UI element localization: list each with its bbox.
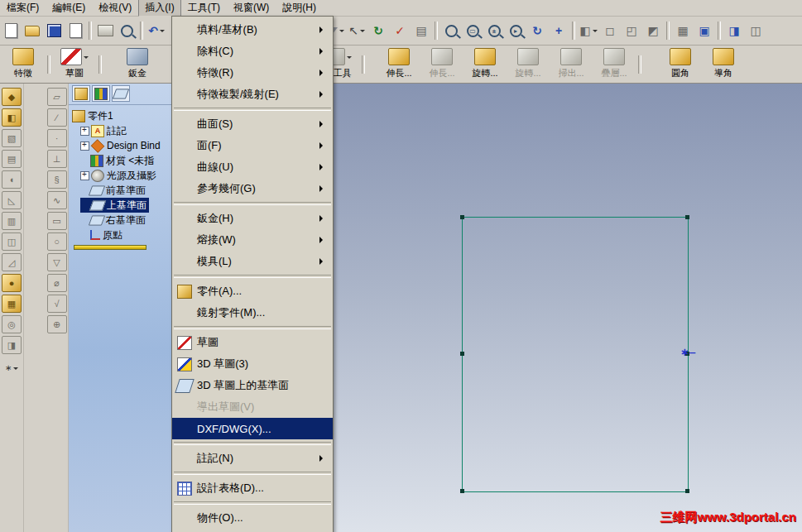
save-icon[interactable] [44, 21, 64, 41]
expand-icon[interactable] [80, 171, 89, 180]
make-drawing-icon[interactable] [65, 21, 85, 41]
tree-item-right-plane[interactable]: 右基準面 [80, 213, 170, 228]
menu-item-pattern-mirror[interactable]: 特徵複製/鏡射(E) [172, 84, 333, 105]
rotate-view-icon[interactable]: ↻ [527, 21, 547, 41]
menu-item-boss-base[interactable]: 填料/基材(B) [172, 19, 333, 41]
tree-item-top-plane[interactable]: 上基準面 [80, 198, 149, 213]
hole-wizard-icon[interactable]: ● [2, 274, 22, 292]
new-icon[interactable] [1, 21, 21, 41]
menu-item-molds[interactable]: 模具(L) [172, 251, 333, 272]
features-group-button[interactable]: 特徵 [2, 46, 45, 81]
menu-item-3d-sketch[interactable]: 3D 草圖(3) [172, 353, 333, 375]
rib-icon[interactable]: ▥ [2, 212, 22, 230]
file-properties-icon[interactable]: ▤ [411, 21, 431, 41]
coordinate-system-icon[interactable]: ⊥ [47, 150, 67, 168]
front-view-icon[interactable]: ◻ [600, 21, 620, 41]
tree-item-part[interactable]: 零件1 [72, 108, 170, 123]
view-cube-icon[interactable]: ◨ [724, 21, 744, 41]
filter-dropdown-icon[interactable] [339, 30, 344, 35]
standard-views-icon[interactable]: ◧ [579, 21, 598, 41]
axis-tool-icon[interactable]: ∕ [47, 108, 67, 127]
menu-item-sheet-metal[interactable]: 鈑金(H) [172, 208, 333, 229]
surface-finish-icon[interactable]: √ [47, 295, 67, 313]
print-icon[interactable] [95, 21, 115, 41]
expand-icon[interactable] [80, 127, 89, 136]
menu-item-object[interactable]: 物件(O)... [172, 507, 333, 529]
expand-icon[interactable] [80, 141, 89, 151]
spell-check-icon[interactable]: ✓ [390, 21, 410, 41]
sketch-group-button[interactable]: 草圖 [53, 46, 96, 81]
menu-item-dxf-dwg[interactable]: DXF/DWG(X)... [172, 418, 333, 439]
mold-tools-dropdown-icon[interactable] [347, 56, 352, 61]
revolve-boss-button[interactable]: 旋轉... [463, 46, 507, 81]
zoom-in-out-icon[interactable]: ± [484, 21, 504, 41]
point-tool-icon[interactable]: · [47, 129, 67, 147]
sweep-button[interactable]: 掃出... [550, 46, 593, 81]
rollback-bar[interactable] [74, 245, 146, 250]
sketch-vertex-handle[interactable] [685, 215, 689, 219]
chamfer-icon[interactable]: ◺ [2, 191, 22, 209]
menu-item-hyperlink[interactable]: 超連結(Y)... [172, 529, 333, 532]
menu-tools[interactable]: 工具(T) [181, 0, 227, 17]
menu-help[interactable]: 說明(H) [276, 0, 323, 17]
extrude-icon[interactable]: ◆ [2, 88, 22, 106]
revolve-cut-button[interactable]: 旋轉... [507, 46, 550, 81]
sketch-dropdown-icon[interactable] [84, 56, 89, 61]
menu-insert[interactable]: 插入(I) [138, 0, 180, 17]
print-preview-icon[interactable] [117, 21, 137, 41]
menu-item-reference-geometry[interactable]: 參考幾何(G) [172, 178, 333, 199]
open-icon[interactable] [22, 21, 42, 41]
menu-item-face[interactable]: 面(F) [172, 135, 333, 156]
plane-tool-icon[interactable]: ▱ [47, 88, 67, 106]
sketch-vertex-handle[interactable] [460, 489, 464, 493]
menu-window[interactable]: 視窗(W) [227, 0, 276, 17]
menu-view[interactable]: 檢視(V) [92, 0, 138, 17]
mirror-feature-icon[interactable]: ◨ [2, 336, 22, 354]
balloon-icon[interactable]: ○ [47, 232, 67, 251]
undo-dropdown-icon[interactable] [160, 30, 165, 35]
loft-icon[interactable]: ▤ [2, 150, 22, 168]
sketch-vertex-handle[interactable] [460, 352, 464, 356]
sketch-rectangle[interactable] [462, 217, 689, 492]
zoom-to-selection-icon[interactable]: ▸ [506, 21, 526, 41]
select-arrow-icon[interactable]: ↖ [347, 21, 367, 41]
menu-file[interactable]: 檔案(F) [0, 0, 46, 17]
section-view-icon[interactable]: ◫ [746, 21, 766, 41]
configurationmanager-tab[interactable] [112, 85, 130, 102]
views-dropdown-icon[interactable] [593, 30, 598, 35]
shell-icon[interactable]: ◫ [2, 232, 22, 251]
sheet-metal-group-button[interactable]: 鈑金 [116, 46, 159, 81]
menu-item-part[interactable]: 零件(A)... [172, 280, 333, 302]
tree-item-lighting[interactable]: 光源及攝影 [80, 168, 170, 183]
note-icon[interactable]: ▭ [47, 212, 67, 230]
sketch-vertex-handle[interactable] [460, 215, 464, 219]
menu-item-mirror-part[interactable]: 鏡射零件(M)... [172, 302, 333, 324]
tolerance-icon[interactable]: ⌀ [47, 274, 67, 292]
tree-item-front-plane[interactable]: 前基準面 [80, 183, 170, 198]
propertymanager-tab[interactable] [92, 85, 110, 102]
center-mark-icon[interactable]: ⊕ [47, 315, 67, 333]
linear-pattern-icon[interactable]: ▦ [2, 295, 22, 313]
tree-item-design-binder[interactable]: Design Bind [80, 138, 170, 153]
chamfer-button[interactable]: 導角 [702, 46, 745, 81]
undo-icon[interactable]: ↶ [146, 21, 166, 41]
tree-item-annotations[interactable]: A 註記 [80, 123, 170, 138]
menu-item-weldments[interactable]: 熔接(W) [172, 229, 333, 251]
circular-pattern-icon[interactable]: ◎ [2, 315, 22, 333]
shaded-icon[interactable]: ▣ [694, 21, 714, 41]
featuremanager-tab[interactable] [72, 85, 90, 102]
isometric-view-icon[interactable]: ◩ [643, 21, 663, 41]
wireframe-icon[interactable]: ▦ [673, 21, 693, 41]
curve-icon[interactable]: ∿ [47, 191, 67, 209]
extrude-cut-button[interactable]: 伸長... [420, 46, 463, 81]
select-dropdown-icon[interactable] [360, 30, 365, 35]
pan-icon[interactable]: + [549, 21, 569, 41]
sweep-icon[interactable]: ▧ [2, 129, 22, 147]
fillet-icon[interactable]: ◖ [2, 170, 22, 189]
menu-item-cut[interactable]: 除料(C) [172, 41, 333, 62]
menu-item-derived-sketch[interactable]: 導出草圖(V) [172, 396, 333, 418]
tree-item-material[interactable]: 材質 <未指 [80, 153, 170, 168]
menu-item-design-table[interactable]: 設計表格(D)... [172, 477, 333, 499]
menu-item-plane-on-3d-sketch[interactable]: 3D 草圖上的基準面 [172, 375, 333, 396]
datum-icon[interactable]: ▽ [47, 253, 67, 271]
